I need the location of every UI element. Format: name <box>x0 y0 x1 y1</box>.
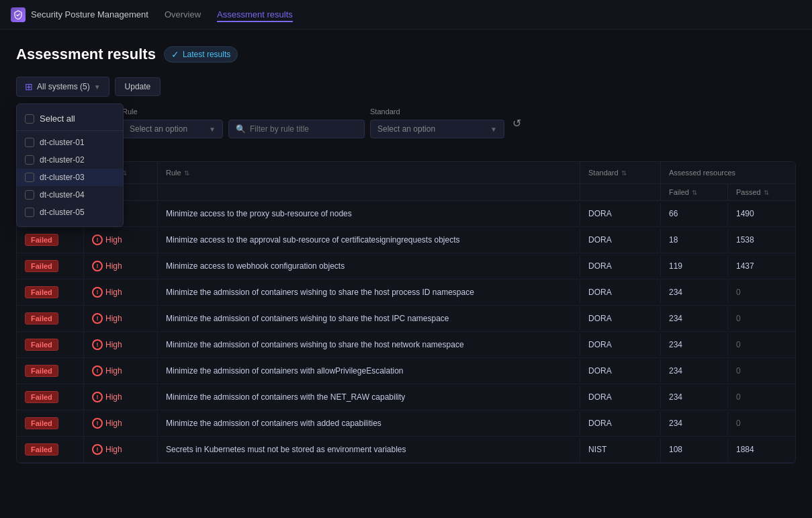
th-passed-label: Passed <box>736 188 761 196</box>
cluster-3-checkbox[interactable] <box>25 173 34 182</box>
latest-badge-label: Latest results <box>183 50 230 59</box>
td-failed: 234 <box>661 333 728 356</box>
table-row[interactable]: Failed ! High Minimize access to the pro… <box>17 201 795 227</box>
cluster-item-2[interactable]: dt-cluster-02 <box>17 151 123 169</box>
td-failed: 234 <box>661 359 728 382</box>
td-standard: DORA <box>580 412 661 435</box>
td-severity: ! High <box>84 280 158 304</box>
severity-icon: ! <box>92 287 103 298</box>
table-row[interactable]: Failed ! High Minimize the admission of … <box>17 332 795 358</box>
table-body: Failed ! High Minimize access to the pro… <box>17 201 795 463</box>
cluster-item-4[interactable]: dt-cluster-04 <box>17 186 123 204</box>
td-standard: DORA <box>580 228 661 251</box>
table-row[interactable]: Failed ! High Minimize the admission of … <box>17 384 795 411</box>
passed-value: 0 <box>736 340 741 349</box>
standard-value: DORA <box>588 261 612 271</box>
cluster-1-label: dt-cluster-01 <box>40 138 85 147</box>
cluster-item-5[interactable]: dt-cluster-05 <box>17 204 123 221</box>
table-subheader-row: Failed ⇅ Passed ⇅ <box>17 184 795 201</box>
rule-filter-group: Rule Select an option ▼ <box>122 107 223 138</box>
td-passed: 0 <box>728 412 795 435</box>
td-rule: Minimize access to webhook configuration… <box>158 255 580 277</box>
passed-value: 1884 <box>736 445 754 454</box>
severity-icon: ! <box>92 261 103 271</box>
table-row[interactable]: Failed ! High Minimize the admission of … <box>17 279 795 306</box>
td-failed: 234 <box>661 386 728 408</box>
severity-icon: ! <box>92 392 103 402</box>
td-passed: 1437 <box>728 255 795 277</box>
brand: Security Posture Management <box>11 7 148 22</box>
standard-select[interactable]: Select an option ▼ <box>370 120 504 138</box>
select-all-checkbox[interactable] <box>25 114 34 124</box>
page-header: Assessment results ✓ Latest results <box>16 46 796 63</box>
failed-value: 119 <box>669 261 682 271</box>
td-status: Failed <box>17 358 84 384</box>
table-row[interactable]: Failed ! High Minimize the admission of … <box>17 306 795 332</box>
th-sub-passed[interactable]: Passed ⇅ <box>728 184 795 200</box>
status-badge: Failed <box>25 417 58 429</box>
th-failed-label: Failed <box>669 188 689 196</box>
results-count: 44 results <box>16 146 796 156</box>
table-row[interactable]: Failed ! High Secrets in Kubernetes must… <box>17 437 795 463</box>
rule-search-spacer <box>228 107 365 116</box>
cluster-4-checkbox[interactable] <box>25 190 34 200</box>
standard-filter-group: Standard Select an option ▼ <box>370 107 504 138</box>
td-passed: 1490 <box>728 202 795 225</box>
rule-text: Minimize access to the proxy sub-resourc… <box>166 209 352 218</box>
severity-icon: ! <box>92 418 103 429</box>
td-severity: ! High <box>84 333 158 357</box>
rule-text: Minimize the admission of containers wit… <box>166 392 405 402</box>
th-rule[interactable]: Rule ⇅ <box>158 162 580 183</box>
passed-value: 1538 <box>736 235 754 245</box>
nav-assessment-results[interactable]: Assessment results <box>217 7 293 22</box>
rule-select[interactable]: Select an option ▼ <box>122 120 223 138</box>
standard-value: DORA <box>588 419 612 428</box>
passed-value: 0 <box>736 366 741 376</box>
th-standard[interactable]: Standard ⇅ <box>580 162 661 183</box>
rule-text: Minimize access to webhook configuration… <box>166 261 345 271</box>
update-button[interactable]: Update <box>115 77 161 96</box>
status-badge: Failed <box>25 443 58 456</box>
cluster-2-label: dt-cluster-02 <box>40 155 85 165</box>
status-badge: Failed <box>25 234 58 246</box>
td-failed: 119 <box>661 255 728 277</box>
td-standard: DORA <box>580 307 661 330</box>
td-rule: Minimize access to the approval sub-reso… <box>158 228 580 251</box>
status-badge: Failed <box>25 365 58 377</box>
table-row[interactable]: Failed ! High Minimize the admission of … <box>17 358 795 384</box>
rule-search-input[interactable] <box>250 124 357 134</box>
cluster-5-checkbox[interactable] <box>25 208 34 217</box>
passed-value: 1437 <box>736 261 754 271</box>
nav-overview[interactable]: Overview <box>165 7 201 22</box>
th-assessed: Assessed resources <box>661 162 795 183</box>
td-rule: Minimize the admission of containers wis… <box>158 307 580 330</box>
standard-value: DORA <box>588 235 612 245</box>
table-row[interactable]: Failed ! High Minimize the admission of … <box>17 411 795 437</box>
table-row[interactable]: Failed ! High Minimize access to the app… <box>17 227 795 253</box>
systems-button[interactable]: ⊞ All systems (5) ▼ <box>16 77 109 97</box>
grid-icon: ⊞ <box>25 81 33 92</box>
passed-value: 0 <box>736 392 741 402</box>
td-failed: 234 <box>661 412 728 435</box>
cluster-item-1[interactable]: dt-cluster-01 <box>17 134 123 151</box>
severity-icon: ! <box>92 365 103 376</box>
chevron-down-icon: ▼ <box>94 83 101 91</box>
severity-value: ! High <box>92 234 122 245</box>
td-status: Failed <box>17 384 84 410</box>
td-standard: DORA <box>580 255 661 277</box>
th-sub-standard <box>580 184 661 200</box>
reset-filters-button[interactable]: ↺ <box>510 114 524 132</box>
latest-results-badge[interactable]: ✓ Latest results <box>164 46 238 62</box>
cluster-item-3[interactable]: dt-cluster-03 <box>17 169 123 186</box>
td-status: Failed <box>17 227 84 253</box>
standard-value: DORA <box>588 209 612 218</box>
th-sub-failed[interactable]: Failed ⇅ <box>661 184 728 200</box>
td-rule: Minimize the admission of containers wit… <box>158 386 580 408</box>
status-badge: Failed <box>25 339 58 351</box>
cluster-1-checkbox[interactable] <box>25 138 34 147</box>
table-row[interactable]: Failed ! High Minimize access to webhook… <box>17 253 795 279</box>
cluster-2-checkbox[interactable] <box>25 155 34 165</box>
td-severity: ! High <box>84 359 158 383</box>
td-standard: DORA <box>580 202 661 225</box>
rule-text: Minimize access to the approval sub-reso… <box>166 235 460 245</box>
